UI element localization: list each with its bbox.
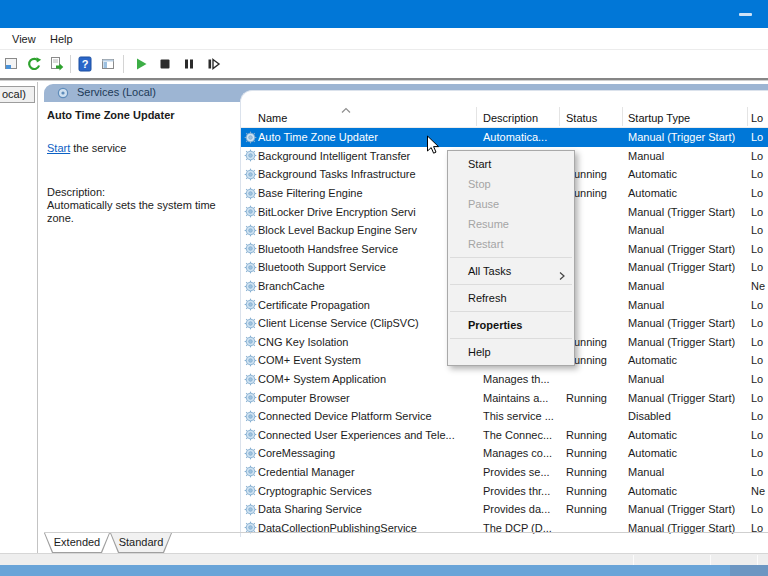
- service-name: Base Filtering Engine: [258, 187, 476, 199]
- minimize-icon[interactable]: [739, 13, 752, 16]
- column-header-status[interactable]: Status: [566, 112, 597, 124]
- stop-service-icon[interactable]: [157, 56, 173, 72]
- context-menu-item-help[interactable]: Help: [448, 342, 574, 362]
- status-bar-divider: [757, 555, 758, 565]
- service-startup-type: Manual (Trigger Start): [622, 317, 747, 329]
- service-log-on-as: Lo: [747, 336, 768, 348]
- service-log-on-as: Ne: [747, 280, 768, 292]
- menu-view[interactable]: View: [8, 32, 40, 47]
- service-name: Certificate Propagation: [258, 299, 476, 311]
- sort-ascending-icon[interactable]: [341, 104, 351, 116]
- service-name: Connected User Experiences and Tele...: [258, 429, 476, 441]
- tab-extended[interactable]: Extended: [44, 533, 110, 553]
- service-log-on-as: Lo: [747, 168, 768, 180]
- column-divider[interactable]: [747, 107, 748, 126]
- context-menu-item-start[interactable]: Start: [448, 154, 574, 174]
- service-startup-type: Manual: [622, 280, 747, 292]
- table-row[interactable]: Connected Device Platform Service This s…: [241, 407, 768, 426]
- column-divider[interactable]: [622, 107, 623, 126]
- service-startup-type: Automatic: [622, 168, 747, 180]
- pane-title: Services (Local): [77, 86, 156, 98]
- service-log-on-as: Lo: [747, 392, 768, 404]
- column-header-description[interactable]: Description: [483, 112, 538, 124]
- context-menu-item-all-tasks[interactable]: All Tasks: [448, 261, 574, 281]
- service-startup-type: Automatic: [622, 429, 747, 441]
- service-log-on-as: Lo: [747, 299, 768, 311]
- console-tree-pane: ocal): [0, 82, 38, 553]
- service-name: Data Sharing Service: [258, 503, 476, 515]
- service-startup-type: Automatic: [622, 447, 747, 459]
- export-list-icon[interactable]: [48, 56, 64, 72]
- column-header-name[interactable]: Name: [258, 112, 287, 124]
- table-row[interactable]: COM+ System Application Manages th... Ma…: [241, 370, 768, 389]
- tree-item-services-local[interactable]: ocal): [0, 86, 35, 103]
- service-name: Bluetooth Support Service: [258, 261, 476, 273]
- service-log-on-as: Lo: [747, 261, 768, 273]
- service-gear-icon: [241, 447, 258, 460]
- service-log-on-as: Lo: [747, 224, 768, 236]
- service-gear-icon: [241, 187, 258, 200]
- column-header-log-on-as[interactable]: Lo: [751, 112, 763, 124]
- refresh-icon[interactable]: [26, 56, 42, 72]
- service-startup-type: Disabled: [622, 410, 747, 422]
- service-startup-type: Manual: [622, 299, 747, 311]
- service-name: Background Tasks Infrastructure: [258, 168, 476, 180]
- service-startup-type: Manual (Trigger Start): [622, 261, 747, 273]
- start-service-link[interactable]: Start: [47, 142, 70, 154]
- help-icon[interactable]: ?: [77, 56, 93, 72]
- status-bar-divider: [710, 555, 711, 565]
- service-gear-icon: [241, 428, 258, 441]
- show-hide-console-tree-icon[interactable]: [100, 56, 116, 72]
- service-log-on-as: Lo: [747, 447, 768, 459]
- service-gear-icon: [241, 317, 258, 330]
- service-status: Running: [559, 392, 622, 404]
- service-log-on-as: Lo: [747, 354, 768, 366]
- table-row[interactable]: Cryptographic Services Provides thr... R…: [241, 481, 768, 500]
- service-gear-icon: [241, 503, 258, 516]
- service-status: Running: [559, 429, 622, 441]
- service-startup-type: Automatic: [622, 354, 747, 366]
- pause-service-icon[interactable]: [181, 56, 197, 72]
- table-row[interactable]: DataCollectionPublishingService The DCP …: [241, 518, 768, 537]
- context-menu-item-stop[interactable]: Stop: [448, 174, 574, 194]
- table-row[interactable]: Data Sharing Service Provides da... Runn…: [241, 500, 768, 519]
- service-startup-type: Manual (Trigger Start): [622, 336, 747, 348]
- context-menu-item-pause[interactable]: Pause: [448, 194, 574, 214]
- window-icon[interactable]: [3, 56, 19, 72]
- services-icon: [56, 86, 70, 102]
- menu-help[interactable]: Help: [46, 32, 77, 47]
- service-name: Background Intelligent Transfer: [258, 150, 476, 162]
- column-header-startup-type[interactable]: Startup Type: [628, 112, 690, 124]
- context-menu-item-restart[interactable]: Restart: [448, 234, 574, 254]
- service-startup-type: Automatic: [622, 187, 747, 199]
- description-label: Description:: [47, 186, 105, 198]
- service-name: COM+ Event System: [258, 354, 476, 366]
- service-startup-type: Manual: [622, 150, 747, 162]
- service-name: Credential Manager: [258, 466, 476, 478]
- table-row[interactable]: Connected User Experiences and Tele... T…: [241, 426, 768, 445]
- tab-standard[interactable]: Standard: [110, 533, 172, 553]
- toolbar-separator: [70, 55, 71, 73]
- service-log-on-as: Lo: [747, 466, 768, 478]
- service-description: This service ...: [476, 410, 559, 422]
- submenu-arrow-icon: [559, 267, 565, 287]
- tab-standard-label: Standard: [110, 536, 172, 548]
- service-gear-icon: [241, 354, 258, 367]
- start-service-icon[interactable]: [133, 56, 149, 72]
- services-console-window: View Help ?: [0, 0, 768, 576]
- table-row[interactable]: Auto Time Zone Updater Automatica... Man…: [241, 128, 768, 147]
- service-description: Provides se...: [476, 466, 559, 478]
- column-divider[interactable]: [476, 107, 477, 126]
- restart-service-icon[interactable]: [205, 56, 221, 72]
- column-divider[interactable]: [559, 107, 560, 126]
- service-name: CoreMessaging: [258, 447, 476, 459]
- table-row[interactable]: Computer Browser Maintains a... Running …: [241, 388, 768, 407]
- service-name: Block Level Backup Engine Serv: [258, 224, 476, 236]
- title-bar: [0, 0, 768, 28]
- table-row[interactable]: Credential Manager Provides se... Runnin…: [241, 463, 768, 482]
- service-gear-icon: [241, 298, 258, 311]
- context-menu-item-properties[interactable]: Properties: [448, 315, 574, 335]
- context-menu-item-refresh[interactable]: Refresh: [448, 288, 574, 308]
- context-menu-item-resume[interactable]: Resume: [448, 214, 574, 234]
- table-row[interactable]: CoreMessaging Manages co... Running Auto…: [241, 444, 768, 463]
